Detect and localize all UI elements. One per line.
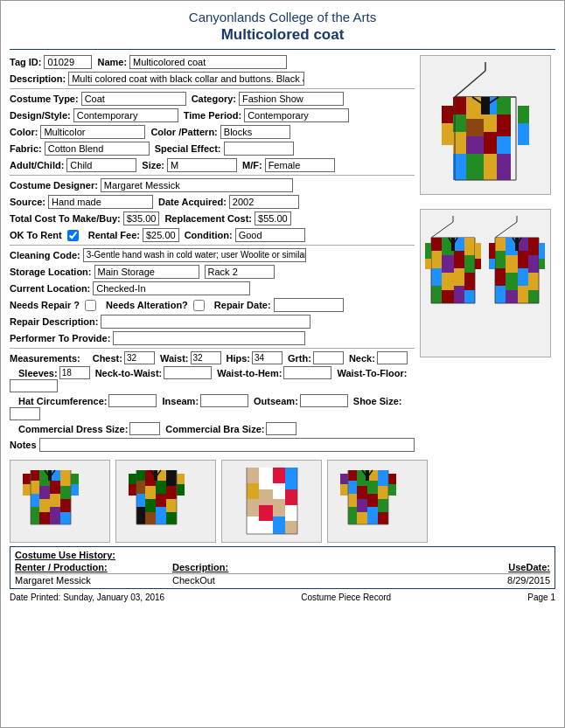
waist-to-floor-field[interactable]: [10, 379, 58, 392]
footer-date: Date Printed: Sunday, January 03, 2016: [10, 593, 164, 602]
svg-rect-23: [431, 238, 442, 251]
grth-field[interactable]: [313, 351, 344, 364]
svg-rect-26: [431, 286, 442, 303]
history-row1-description: CheckOut: [172, 575, 471, 586]
svg-rect-37: [464, 273, 475, 290]
name-field[interactable]: Multicolored coat: [129, 55, 287, 69]
thumbnail-1[interactable]: [10, 460, 110, 543]
svg-rect-16: [497, 154, 511, 180]
svg-rect-81: [60, 499, 71, 512]
svg-rect-96: [145, 512, 156, 524]
waist-to-hem-field[interactable]: [283, 366, 331, 379]
history-title: Costume Use History:: [15, 550, 550, 560]
thumbnail-3[interactable]: [221, 460, 322, 543]
category-field[interactable]: Fashion Show: [239, 92, 344, 106]
ok-to-rent-checkbox[interactable]: [67, 230, 79, 241]
svg-rect-78: [50, 507, 60, 524]
design-style-field[interactable]: Contemporary: [73, 108, 178, 122]
performer-label: Performer To Provide:: [10, 333, 110, 343]
fabric-field[interactable]: Cotton Blend: [45, 142, 150, 156]
color-field[interactable]: Multicolor: [40, 125, 145, 139]
description-label: Description:: [10, 73, 66, 84]
special-effect-field[interactable]: [224, 142, 294, 156]
svg-rect-112: [247, 483, 259, 499]
needs-alteration-checkbox[interactable]: [193, 300, 205, 311]
rental-fee-field[interactable]: $25.00: [143, 228, 179, 242]
waist-to-floor-label: Waist-To-Floor:: [337, 368, 407, 378]
svg-rect-47: [495, 268, 506, 286]
svg-rect-57: [528, 238, 539, 255]
repair-description-field[interactable]: [101, 315, 310, 329]
costume-type-field[interactable]: Coat: [81, 92, 186, 106]
commercial-dress-field[interactable]: [129, 422, 160, 435]
thumbnail-2[interactable]: [115, 460, 216, 543]
svg-rect-35: [464, 238, 475, 255]
hips-field[interactable]: 34: [252, 351, 282, 364]
tag-id-field[interactable]: 01029: [44, 55, 92, 69]
date-acquired-field[interactable]: 2002: [229, 195, 299, 209]
svg-rect-126: [285, 521, 297, 534]
thumbnail-4[interactable]: [327, 460, 428, 543]
neck-to-waist-field[interactable]: [164, 366, 212, 379]
repair-description-label: Repair Description:: [10, 316, 98, 327]
shoe-size-field[interactable]: [10, 407, 40, 420]
repair-date-field[interactable]: [274, 298, 344, 312]
storage-location-field[interactable]: Main Storage: [94, 265, 199, 279]
svg-rect-125: [285, 505, 297, 521]
svg-rect-141: [378, 486, 388, 499]
commercial-bra-label: Commercial Bra Size:: [165, 424, 264, 434]
main-photo-2: [420, 209, 551, 357]
svg-rect-82: [60, 512, 71, 524]
performer-field[interactable]: [113, 331, 305, 345]
neck-field[interactable]: [377, 351, 408, 364]
svg-rect-56: [518, 286, 528, 303]
waist-field[interactable]: 32: [191, 351, 221, 364]
chest-field[interactable]: 32: [124, 351, 155, 364]
rack-field[interactable]: Rack 2: [205, 265, 275, 279]
history-col2-header: Description:: [172, 562, 471, 572]
outseam-field[interactable]: [300, 394, 348, 407]
shoe-size-label: Shoe Size:: [353, 396, 402, 406]
cleaning-code-field[interactable]: 3-Gentle hand wash in cold water; user W…: [83, 248, 306, 262]
color-label: Color:: [10, 127, 38, 137]
history-col1-header: Renter / Production:: [15, 562, 172, 572]
svg-rect-133: [357, 486, 367, 499]
time-period-field[interactable]: Contemporary: [244, 108, 349, 122]
svg-rect-109: [177, 484, 185, 496]
needs-repair-checkbox[interactable]: [85, 300, 96, 311]
costume-title: Multicolored coat: [10, 26, 555, 44]
mf-field[interactable]: Female: [265, 158, 335, 172]
svg-rect-54: [518, 251, 528, 268]
needs-repair-label: Needs Repair ?: [10, 300, 80, 310]
notes-label: Notes: [10, 440, 37, 450]
notes-field[interactable]: [39, 438, 415, 452]
adult-child-field[interactable]: Child: [66, 158, 136, 172]
source-field[interactable]: Hand made: [48, 195, 153, 209]
commercial-bra-field[interactable]: [266, 422, 296, 435]
svg-rect-116: [259, 489, 273, 505]
size-field[interactable]: M: [167, 158, 237, 172]
date-acquired-label: Date Acquired:: [158, 197, 227, 207]
condition-field[interactable]: Good: [235, 228, 305, 242]
svg-rect-121: [273, 499, 285, 517]
footer-record-type: Costume Piece Record: [301, 593, 391, 602]
svg-rect-52: [506, 290, 518, 303]
svg-rect-79: [60, 470, 71, 486]
svg-rect-11: [484, 132, 497, 154]
color-pattern-label: Color /Pattern:: [150, 127, 217, 137]
sleeves-field[interactable]: 18: [59, 366, 90, 379]
source-label: Source:: [10, 197, 45, 207]
total-cost-label: Total Cost To Make/Buy:: [10, 213, 121, 224]
inseam-field[interactable]: [200, 394, 248, 407]
svg-rect-99: [156, 494, 166, 507]
color-pattern-field[interactable]: Blocks: [220, 125, 290, 139]
hat-circumference-field[interactable]: [108, 394, 157, 407]
description-field[interactable]: Multi colored coat with black collar and…: [68, 72, 304, 86]
replacement-cost-label: Replacement Cost:: [164, 213, 252, 224]
svg-rect-101: [166, 470, 177, 486]
current-location-field[interactable]: Checked-In: [93, 281, 250, 295]
replacement-cost-field[interactable]: $55.00: [255, 211, 291, 225]
costume-designer-field[interactable]: Margaret Messick: [101, 178, 293, 192]
costume-type-label: Costume Type:: [10, 94, 79, 104]
total-cost-field[interactable]: $35.00: [123, 211, 160, 225]
